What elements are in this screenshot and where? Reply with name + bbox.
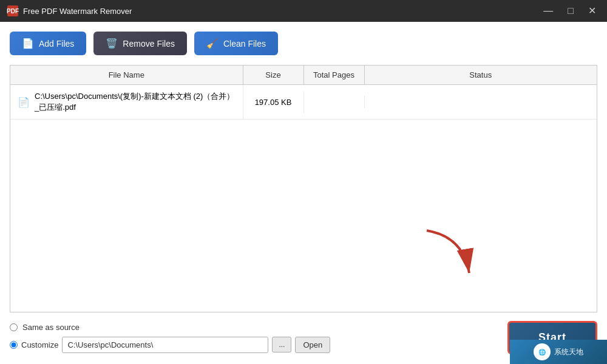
file-name-cell: 📄 C:\Users\pc\Documents\(复制)-新建文本文档 (2)（… bbox=[10, 85, 243, 119]
add-files-icon: 📄 bbox=[22, 38, 34, 49]
customize-label[interactable]: Customize bbox=[21, 340, 58, 349]
add-files-button[interactable]: 📄 Add Files bbox=[10, 32, 86, 55]
arrow-indicator bbox=[415, 218, 487, 294]
bottom-bar: Same as source Customize ... Open Start bbox=[10, 321, 597, 354]
clean-files-button[interactable]: 🧹 Clean Files bbox=[194, 32, 278, 55]
customize-row: Customize ... Open bbox=[10, 337, 495, 353]
remove-files-icon: 🗑️ bbox=[106, 38, 118, 49]
header-size: Size bbox=[243, 66, 304, 84]
maximize-button[interactable]: □ bbox=[564, 5, 577, 17]
same-as-source-row: Same as source bbox=[10, 323, 495, 332]
file-pages-cell bbox=[304, 96, 365, 108]
close-button[interactable]: ✕ bbox=[585, 5, 600, 17]
watermark-logo: 🌐 bbox=[534, 343, 551, 360]
clean-files-icon: 🧹 bbox=[206, 38, 219, 49]
customize-radio[interactable] bbox=[10, 341, 18, 349]
same-as-source-label[interactable]: Same as source bbox=[22, 323, 80, 332]
header-status: Status bbox=[365, 66, 597, 84]
file-status-cell bbox=[365, 96, 597, 108]
file-size: 197.05 KB bbox=[255, 98, 292, 107]
watermark-text: 系统天地 bbox=[554, 347, 583, 357]
main-content: 📄 Add Files 🗑️ Remove Files 🧹 Clean File… bbox=[0, 22, 607, 364]
table-header: File Name Size Total Pages Status bbox=[10, 66, 597, 85]
open-button[interactable]: Open bbox=[295, 337, 330, 353]
window-title: Free PDF Watermark Remover bbox=[23, 7, 540, 16]
app-icon: PDF bbox=[7, 5, 18, 16]
header-total-pages: Total Pages bbox=[304, 66, 365, 84]
output-options: Same as source Customize ... Open bbox=[10, 323, 495, 353]
same-as-source-radio[interactable] bbox=[10, 323, 18, 331]
browse-button[interactable]: ... bbox=[272, 337, 291, 352]
file-size-cell: 197.05 KB bbox=[243, 92, 304, 113]
pdf-file-icon: 📄 bbox=[18, 96, 30, 108]
output-path-input[interactable] bbox=[62, 337, 268, 353]
remove-files-button[interactable]: 🗑️ Remove Files bbox=[93, 32, 187, 55]
minimize-button[interactable]: — bbox=[540, 5, 557, 17]
title-bar: PDF Free PDF Watermark Remover — □ ✕ bbox=[0, 0, 607, 22]
file-path: C:\Users\pc\Documents\(复制)-新建文本文档 (2)（合并… bbox=[35, 91, 236, 113]
file-table-container: File Name Size Total Pages Status 📄 C:\U… bbox=[10, 65, 597, 312]
window-controls: — □ ✕ bbox=[540, 5, 600, 17]
header-filename: File Name bbox=[10, 66, 243, 84]
watermark-area: 🌐 系统天地 bbox=[510, 340, 607, 364]
table-body: 📄 C:\Users\pc\Documents\(复制)-新建文本文档 (2)（… bbox=[10, 85, 597, 312]
toolbar: 📄 Add Files 🗑️ Remove Files 🧹 Clean File… bbox=[10, 32, 597, 55]
table-row[interactable]: 📄 C:\Users\pc\Documents\(复制)-新建文本文档 (2)（… bbox=[10, 85, 597, 120]
